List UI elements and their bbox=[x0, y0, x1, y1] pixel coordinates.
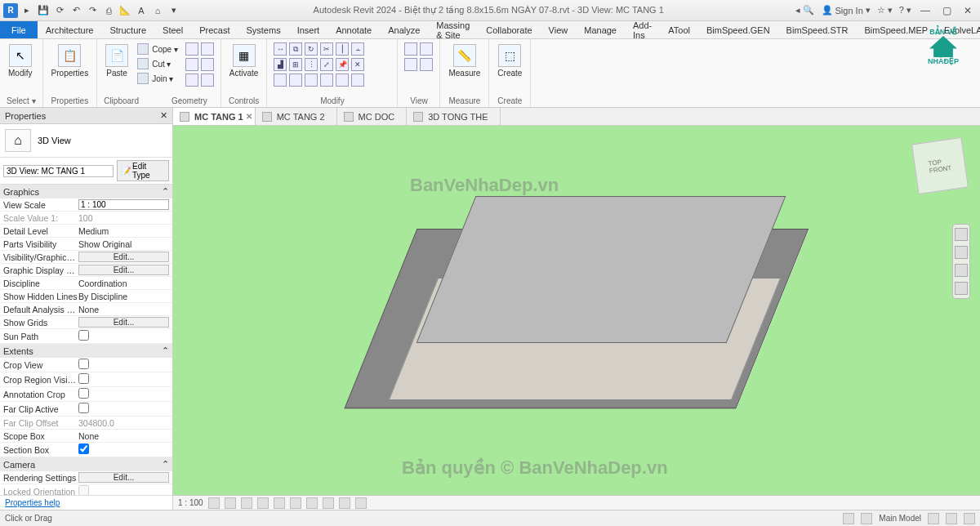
geom-tool-2-icon[interactable] bbox=[201, 42, 214, 56]
view-scale-input[interactable] bbox=[78, 199, 169, 210]
view-tool-1-icon[interactable] bbox=[404, 42, 417, 56]
search-icon[interactable]: ◂ 🔍 bbox=[795, 5, 814, 16]
split-icon[interactable]: ⎮ bbox=[336, 42, 349, 56]
qat-home-icon[interactable]: ⌂ bbox=[150, 3, 165, 18]
favorites-icon[interactable]: ☆ ▾ bbox=[877, 5, 893, 16]
mod-tool-a-icon[interactable] bbox=[274, 74, 287, 87]
qat-dropdown-icon[interactable]: ▾ bbox=[167, 3, 181, 18]
array-icon[interactable]: ⋮ bbox=[305, 58, 318, 71]
scale-icon[interactable]: ⤢ bbox=[320, 58, 333, 71]
view-tab-3d-tong-the[interactable]: 3D TONG THE bbox=[407, 108, 500, 125]
view-tab-mc-tang-1[interactable]: MC TANG 1✕ bbox=[173, 108, 256, 125]
ribbon-tab-architecture[interactable]: Architecture bbox=[38, 21, 102, 38]
file-tab[interactable]: File bbox=[0, 21, 38, 38]
ribbon-tab-structure[interactable]: Structure bbox=[101, 21, 154, 38]
offset-icon[interactable]: ⊞ bbox=[289, 58, 302, 71]
qat-sync-icon[interactable]: ⟳ bbox=[52, 3, 67, 18]
ribbon-tab-analyze[interactable]: Analyze bbox=[380, 21, 428, 38]
qat-measure-icon[interactable]: 📐 bbox=[118, 3, 132, 18]
mirror-icon[interactable]: ▟ bbox=[274, 58, 287, 71]
properties-button[interactable]: 📋Properties bbox=[50, 42, 91, 79]
sb-icon-3[interactable] bbox=[928, 513, 939, 524]
instance-selector-input[interactable] bbox=[3, 165, 114, 177]
cope-button[interactable]: Cope ▾ bbox=[135, 42, 180, 56]
ribbon-tab-bimspeed-mep[interactable]: BimSpeed.MEP bbox=[856, 21, 936, 38]
analysis-value[interactable]: None bbox=[78, 305, 169, 314]
3d-viewport[interactable]: BanVeNhaDep.vn Bản quyền © BanVeNhaDep.v… bbox=[173, 126, 980, 495]
delete-icon[interactable]: ✕ bbox=[351, 58, 364, 71]
scope-box-value[interactable]: None bbox=[78, 431, 169, 441]
rendering-edit-button[interactable]: Edit... bbox=[78, 472, 169, 483]
properties-type-selector[interactable]: ⌂ 3D View bbox=[0, 124, 172, 158]
geom-tool-3-icon[interactable] bbox=[185, 58, 198, 71]
edit-type-button[interactable]: 📝 Edit Type bbox=[117, 160, 169, 181]
mod-tool-d-icon[interactable] bbox=[320, 74, 333, 87]
nav-wheel-icon[interactable] bbox=[955, 228, 968, 241]
annotation-crop-checkbox[interactable] bbox=[78, 388, 89, 399]
geom-tool-5-icon[interactable] bbox=[185, 74, 198, 87]
discipline-value[interactable]: Coordination bbox=[78, 279, 169, 288]
join-button[interactable]: Join ▾ bbox=[135, 72, 180, 85]
measure-button[interactable]: 📏Measure bbox=[447, 42, 482, 79]
qat-text-icon[interactable]: A bbox=[134, 3, 149, 18]
modify-button[interactable]: ↖Modify bbox=[7, 42, 33, 79]
qat-save-icon[interactable]: 💾 bbox=[36, 3, 51, 18]
ribbon-tab-evolvelab[interactable]: EvolveLAB bbox=[936, 21, 980, 38]
move-icon[interactable]: ↔ bbox=[274, 42, 287, 56]
ribbon-tab-precast[interactable]: Precast bbox=[191, 21, 238, 38]
temporary-hide-icon[interactable] bbox=[339, 497, 350, 509]
nav-zoom-icon[interactable] bbox=[955, 264, 968, 277]
show-grids-edit-button[interactable]: Edit... bbox=[78, 317, 169, 328]
graphic-display-edit-button[interactable]: Edit... bbox=[78, 265, 169, 275]
reveal-icon[interactable] bbox=[355, 497, 367, 509]
mod-tool-c-icon[interactable] bbox=[305, 74, 318, 87]
sb-icon-5[interactable] bbox=[964, 513, 975, 524]
ribbon-tab-annotate[interactable]: Annotate bbox=[327, 21, 380, 38]
app-icon[interactable]: R bbox=[3, 3, 18, 18]
qat-print-icon[interactable]: ⎙ bbox=[101, 3, 116, 18]
tab-close-icon[interactable]: ✕ bbox=[246, 112, 252, 121]
scale-control[interactable]: 1 : 100 bbox=[178, 498, 203, 507]
qat-redo-icon[interactable]: ↷ bbox=[85, 3, 100, 18]
crop-icon[interactable] bbox=[290, 497, 301, 509]
ribbon-tab-view[interactable]: View bbox=[541, 21, 577, 38]
geom-tool-4-icon[interactable] bbox=[201, 58, 214, 71]
pin-icon[interactable]: 📌 bbox=[336, 58, 349, 71]
lock-icon[interactable] bbox=[323, 497, 334, 509]
mod-tool-b-icon[interactable] bbox=[289, 74, 302, 87]
sb-icon-1[interactable] bbox=[843, 513, 854, 524]
close-icon[interactable]: ✕ bbox=[960, 3, 975, 18]
ribbon-tab-systems[interactable]: Systems bbox=[238, 21, 288, 38]
workset-label[interactable]: Main Model bbox=[879, 514, 921, 523]
properties-close-icon[interactable]: ✕ bbox=[160, 110, 167, 121]
trim-icon[interactable]: ✂ bbox=[320, 42, 333, 56]
view-tool-2-icon[interactable] bbox=[420, 42, 433, 56]
sun-path-checkbox[interactable] bbox=[78, 330, 89, 341]
properties-help-link[interactable]: Properties help bbox=[0, 495, 172, 510]
far-clip-checkbox[interactable] bbox=[78, 403, 89, 413]
shadows-icon[interactable] bbox=[257, 497, 269, 509]
ribbon-tab-steel[interactable]: Steel bbox=[154, 21, 191, 38]
mod-tool-e-icon[interactable] bbox=[336, 74, 349, 87]
group-camera[interactable]: Camera⌃ bbox=[0, 457, 172, 471]
hidden-lines-value[interactable]: By Discipline bbox=[78, 292, 169, 301]
ribbon-tab-add-ins[interactable]: Add-Ins bbox=[625, 21, 660, 38]
ribbon-tab-atool[interactable]: ATool bbox=[660, 21, 698, 38]
create-button[interactable]: ⬚Create bbox=[496, 42, 523, 79]
detail-level-icon[interactable] bbox=[208, 497, 220, 509]
section-box-checkbox[interactable] bbox=[78, 444, 89, 454]
geom-tool-1-icon[interactable] bbox=[185, 42, 198, 56]
paste-button[interactable]: 📄Paste bbox=[104, 42, 130, 79]
detail-level-value[interactable]: Medium bbox=[78, 226, 169, 236]
crop-view-checkbox[interactable] bbox=[78, 359, 89, 369]
geom-tool-6-icon[interactable] bbox=[201, 74, 214, 87]
crop-region-checkbox[interactable] bbox=[78, 373, 89, 384]
group-extents[interactable]: Extents⌃ bbox=[0, 344, 172, 358]
align-icon[interactable]: ⫠ bbox=[351, 42, 364, 56]
nav-orbit-icon[interactable] bbox=[955, 282, 968, 295]
maximize-icon[interactable]: ▢ bbox=[939, 3, 954, 18]
qat-open-icon[interactable]: ▸ bbox=[20, 3, 34, 18]
sb-icon-4[interactable] bbox=[946, 513, 957, 524]
ribbon-tab-massing-site[interactable]: Massing & Site bbox=[428, 21, 478, 38]
cut-button[interactable]: Cut ▾ bbox=[135, 57, 180, 70]
